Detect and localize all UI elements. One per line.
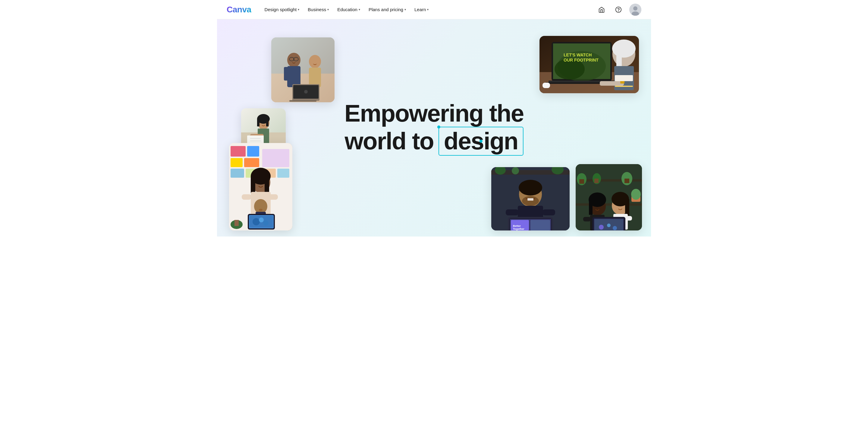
svg-rect-49 [242, 194, 251, 200]
hero-design-word: design [444, 128, 518, 154]
svg-text:LET'S WATCH: LET'S WATCH [564, 53, 592, 57]
photo-bottom-center: Better Together [491, 167, 569, 230]
photo-top-left-image [271, 37, 335, 102]
hero-line1: Empowering the [344, 100, 524, 127]
photo-top-right: LET'S WATCH OUR FOOTPRINT [539, 36, 639, 93]
user-avatar[interactable] [629, 4, 641, 16]
chevron-icon-plans-pricing: ▾ [404, 8, 406, 11]
hero-line2: world to design [344, 127, 524, 156]
svg-rect-37 [230, 169, 244, 178]
logo-text: Canva [227, 5, 251, 14]
svg-rect-105 [579, 179, 584, 184]
svg-rect-119 [625, 199, 629, 216]
svg-text:OUR FOOTPRINT: OUR FOOTPRINT [564, 58, 598, 62]
hero-section: LET'S WATCH OUR FOOTPRINT [217, 19, 651, 236]
svg-rect-33 [230, 146, 246, 156]
photo-mid-left [241, 108, 286, 147]
svg-point-3 [633, 6, 638, 10]
photo-bottom-center-image: Better Together [491, 167, 569, 230]
hero-design-box: design [438, 127, 524, 156]
chevron-icon-education: ▾ [359, 8, 360, 11]
svg-rect-36 [244, 158, 259, 167]
svg-point-58 [259, 218, 264, 222]
svg-rect-107 [594, 179, 598, 183]
svg-rect-43 [235, 220, 239, 226]
svg-rect-6 [271, 37, 335, 74]
nav-label-learn: Learn [414, 7, 426, 12]
nav-right [595, 4, 641, 16]
svg-rect-99 [530, 220, 550, 230]
svg-point-126 [607, 224, 611, 227]
photo-bottom-right-image [576, 164, 642, 230]
svg-rect-9 [287, 66, 301, 87]
svg-point-59 [263, 220, 269, 226]
photo-top-left [271, 37, 335, 102]
svg-rect-116 [583, 217, 591, 222]
nav-links: Design spotlight ▾ Business ▾ Education … [261, 4, 595, 15]
nav-item-plans-pricing[interactable]: Plans and pricing ▾ [365, 4, 410, 15]
hero-text: Empowering the world to design [344, 100, 524, 156]
svg-rect-46 [251, 176, 255, 194]
svg-rect-35 [230, 158, 243, 167]
hero-line2-prefix: world to [345, 128, 434, 154]
svg-rect-34 [247, 146, 259, 156]
svg-rect-41 [277, 169, 289, 178]
svg-rect-50 [268, 194, 278, 200]
svg-point-53 [259, 209, 262, 211]
svg-rect-91 [542, 209, 555, 215]
svg-point-14 [309, 55, 321, 68]
nav-label-design-spotlight: Design spotlight [265, 7, 297, 12]
svg-point-111 [631, 189, 641, 200]
svg-point-57 [253, 218, 260, 225]
navbar: Canva Design spotlight ▾ Business ▾ Educ… [217, 0, 651, 19]
svg-rect-10 [284, 67, 288, 81]
svg-rect-109 [624, 179, 629, 183]
chevron-icon-business: ▾ [327, 8, 329, 11]
chevron-icon-learn: ▾ [427, 8, 429, 11]
photo-bottom-right [576, 164, 642, 230]
nav-item-design-spotlight[interactable]: Design spotlight ▾ [261, 4, 303, 15]
photo-top-right-image: LET'S WATCH OUR FOOTPRINT [539, 36, 639, 93]
help-button[interactable] [613, 4, 624, 16]
nav-item-learn[interactable]: Learn ▾ [411, 4, 432, 15]
svg-rect-77 [615, 75, 633, 81]
photo-bottom-left [229, 143, 292, 230]
svg-rect-18 [289, 100, 316, 102]
avatar-icon [629, 4, 641, 16]
chevron-icon-design-spotlight: ▾ [298, 8, 299, 11]
svg-rect-79 [615, 86, 633, 87]
svg-rect-92 [527, 198, 533, 201]
svg-rect-90 [506, 209, 518, 215]
svg-rect-24 [257, 119, 259, 126]
svg-text:Better: Better [513, 225, 521, 227]
nav-label-business: Business [308, 7, 326, 12]
home-button[interactable] [595, 4, 608, 16]
svg-point-125 [599, 225, 604, 230]
logo[interactable]: Canva [227, 5, 251, 15]
svg-point-84 [512, 167, 519, 174]
svg-point-19 [304, 90, 308, 93]
svg-rect-39 [262, 149, 289, 167]
photo-mid-left-image [241, 108, 286, 147]
svg-point-51 [254, 199, 267, 213]
nav-item-education[interactable]: Education ▾ [334, 4, 364, 15]
svg-point-72 [612, 39, 636, 58]
svg-point-1 [618, 11, 619, 11]
nav-label-plans-pricing: Plans and pricing [369, 7, 403, 12]
svg-rect-114 [589, 200, 592, 215]
nav-item-business[interactable]: Business ▾ [304, 4, 333, 15]
svg-point-87 [519, 180, 542, 196]
svg-rect-25 [266, 119, 269, 126]
svg-rect-47 [265, 176, 269, 194]
svg-point-88 [522, 196, 539, 206]
photo-bottom-left-image [229, 143, 292, 230]
svg-rect-78 [542, 83, 550, 88]
nav-label-education: Education [337, 7, 358, 12]
svg-point-127 [613, 226, 617, 230]
svg-rect-103 [576, 203, 642, 206]
svg-text:Together: Together [513, 227, 524, 230]
